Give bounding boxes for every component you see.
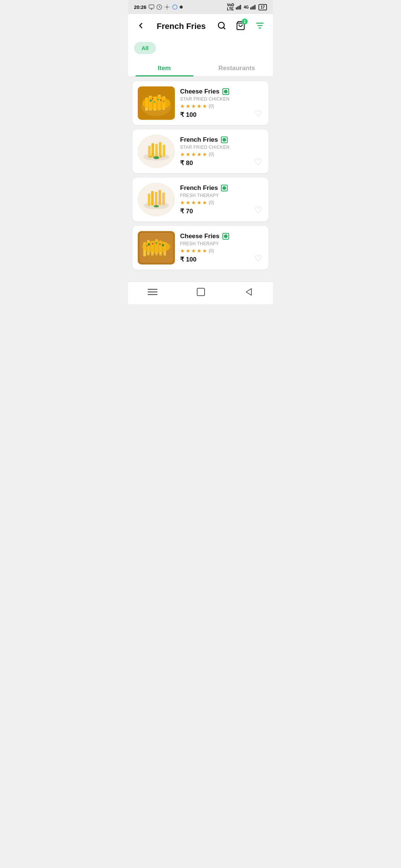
back-triangle-icon [244,287,254,297]
svg-rect-5 [238,6,239,10]
heart-icon-3: ♡ [254,205,263,215]
svg-point-63 [146,245,148,247]
svg-rect-44 [151,191,154,206]
svg-rect-0 [149,5,154,8]
cart-badge: 1 [242,19,248,24]
svg-rect-8 [252,7,253,10]
tab-item[interactable]: Item [128,59,200,76]
back-button[interactable] [135,20,147,33]
rating-count-4: (0) [209,248,214,253]
favorite-button-1[interactable]: ♡ [254,109,263,119]
food-price-3: ₹ 70 [180,207,263,215]
rating-row-1: ★ ★ ★ ★ ★ (0) [180,103,263,109]
svg-rect-3 [236,7,237,10]
food-item-3[interactable]: French Fries FRESH THERAPY ★ ★ ★ ★ ★ (0)… [133,178,268,221]
svg-rect-45 [155,192,157,206]
food-price-1: ₹ 100 [180,111,263,119]
svg-point-64 [145,254,167,260]
svg-point-2 [166,6,168,8]
svg-rect-37 [150,156,151,158]
veg-icon-4 [222,233,229,240]
food-image-4 [138,231,175,264]
network-type: VoDLTE [227,3,234,11]
restaurant-1: STAR FRIED CHICKEN [180,96,263,102]
header-actions: 1 [216,19,266,33]
svg-point-62 [159,243,161,245]
heart-icon-1: ♡ [254,109,263,119]
svg-point-23 [142,96,170,110]
svg-rect-33 [151,143,154,157]
rating-row-3: ★ ★ ★ ★ ★ (0) [180,200,263,206]
time: 20:26 [134,4,146,10]
food-item-4[interactable]: Cheese Fries FRESH THERAPY ★ ★ ★ ★ ★ (0)… [133,226,268,270]
svg-point-60 [162,244,164,246]
food-image-2 [138,135,175,168]
svg-point-28 [152,98,153,99]
nav-home-button[interactable] [196,287,206,297]
svg-rect-47 [162,193,165,205]
food-image-1 [138,86,175,120]
rating-count-1: (0) [209,103,214,109]
food-info-3: French Fries FRESH THERAPY ★ ★ ★ ★ ★ (0)… [180,184,263,215]
svg-point-40 [153,156,159,159]
rating-count-3: (0) [209,200,214,205]
svg-rect-46 [159,190,161,205]
food-list: Cheese Fries STAR FRIED CHICKEN ★ ★ ★ ★ … [128,77,273,274]
restaurant-2: STAR FRIED CHICKEN [180,145,263,150]
filter-button[interactable] [254,19,266,33]
food-price-2: ₹ 80 [180,159,263,167]
svg-rect-36 [163,145,165,157]
svg-point-48 [154,205,159,207]
svg-point-25 [157,99,159,100]
svg-point-29 [160,99,162,101]
heart-icon-4: ♡ [254,253,263,263]
restaurant-3: FRESH THERAPY [180,193,263,198]
food-name-2: French Fries [180,136,218,144]
restaurant-4: FRESH THERAPY [180,241,263,246]
home-square-icon [196,287,206,297]
favorite-button-3[interactable]: ♡ [254,205,263,216]
svg-point-26 [163,101,164,102]
battery: 17 [258,4,267,10]
veg-icon-1 [222,88,229,95]
food-info-1: Cheese Fries STAR FRIED CHICKEN ★ ★ ★ ★ … [180,88,263,119]
svg-rect-68 [197,288,205,296]
rating-row-4: ★ ★ ★ ★ ★ (0) [180,248,263,254]
favorite-button-2[interactable]: ♡ [254,157,263,167]
food-price-4: ₹ 100 [180,256,263,263]
svg-rect-39 [160,156,162,158]
food-item-2[interactable]: French Fries STAR FRIED CHICKEN ★ ★ ★ ★ … [133,129,268,173]
bottom-nav [128,282,273,304]
food-image-3 [138,183,175,216]
system-status: VoDLTE 4G 17 [227,3,267,11]
food-name-1: Cheese Fries [180,88,219,95]
svg-point-58 [148,243,150,246]
nav-menu-button[interactable] [147,288,158,296]
tab-restaurants[interactable]: Restaurants [200,59,273,76]
filter-bar: All [128,38,273,59]
search-button[interactable] [216,20,228,33]
status-bar: 20:26 VoDLTE 4G 17 [128,0,273,14]
svg-rect-9 [253,6,254,10]
svg-point-24 [150,99,152,102]
rating-count-2: (0) [209,152,214,157]
svg-rect-6 [240,5,241,10]
svg-point-59 [156,242,157,244]
svg-rect-35 [159,142,162,157]
page-title: French Fries [157,22,206,31]
filter-icon [255,21,265,30]
nav-back-button[interactable] [244,287,254,297]
food-info-2: French Fries STAR FRIED CHICKEN ★ ★ ★ ★ … [180,136,263,167]
heart-icon-2: ♡ [254,157,263,167]
svg-marker-69 [246,289,251,295]
rating-row-2: ★ ★ ★ ★ ★ (0) [180,151,263,157]
app-icons [149,4,183,10]
veg-icon-2 [221,137,228,143]
svg-rect-34 [155,144,158,157]
svg-point-27 [154,101,155,103]
favorite-button-4[interactable]: ♡ [254,253,263,264]
all-filter-chip[interactable]: All [134,42,156,54]
food-item-1[interactable]: Cheese Fries STAR FRIED CHICKEN ★ ★ ★ ★ … [133,81,268,125]
cart-button[interactable]: 1 [234,19,247,33]
hamburger-icon [147,288,158,296]
